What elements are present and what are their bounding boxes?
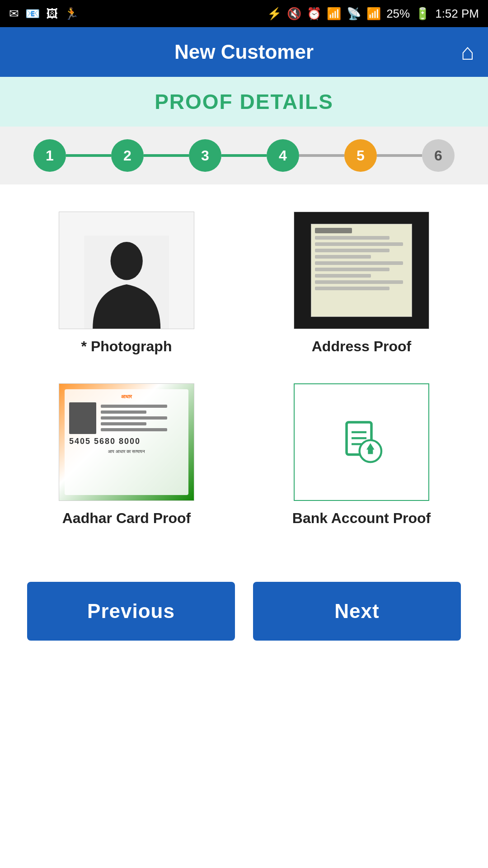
bluetooth-icon: ⚡	[267, 7, 282, 21]
status-bar: ✉ 📧 🖼 🏃 ⚡ 🔇 ⏰ 📶 📡 📶 25% 🔋 1:52 PM	[0, 0, 488, 27]
step-1[interactable]: 1	[33, 139, 66, 172]
wifi-icon: 📡	[347, 7, 361, 21]
bottom-buttons: Previous Next	[0, 564, 488, 659]
bank-upload[interactable]	[294, 383, 429, 501]
photograph-upload[interactable]	[59, 212, 194, 329]
main-content: * Photograph	[0, 184, 488, 546]
step-indicator: 1 2 3 4 5 6	[0, 127, 488, 184]
step-line-4	[299, 154, 344, 157]
address-label: Address Proof	[312, 337, 411, 356]
aadhar-label: Aadhar Card Proof	[62, 509, 191, 528]
svg-rect-8	[368, 449, 373, 454]
photograph-silhouette	[59, 212, 194, 329]
aadhar-upload[interactable]: आधार 5405 5680 8000	[59, 383, 194, 501]
proof-grid: * Photograph	[27, 212, 461, 528]
step-6[interactable]: 6	[422, 139, 455, 172]
image-icon: 🖼	[46, 7, 58, 21]
proof-item-aadhar: आधार 5405 5680 8000	[27, 383, 226, 528]
home-icon[interactable]: ⌂	[461, 39, 474, 65]
step-4[interactable]: 4	[267, 139, 299, 172]
step-line-1	[66, 154, 111, 157]
aadhar-preview: आधार 5405 5680 8000	[59, 384, 194, 500]
page-title: New Customer	[174, 41, 314, 63]
section-title-bar: PROOF DETAILS	[0, 77, 488, 127]
section-title: PROOF DETAILS	[0, 90, 488, 114]
battery-icon: 🔋	[415, 7, 430, 21]
step-3[interactable]: 3	[189, 139, 221, 172]
app-header: New Customer ⌂	[0, 27, 488, 77]
email-icon: ✉	[9, 7, 19, 21]
step-line-3	[221, 154, 267, 157]
mute-icon: 🔇	[287, 7, 301, 21]
step-5[interactable]: 5	[344, 139, 377, 172]
previous-button[interactable]: Previous	[27, 582, 235, 641]
address-upload[interactable]	[294, 212, 429, 329]
step-2[interactable]: 2	[111, 139, 144, 172]
time-display: 1:52 PM	[435, 7, 479, 21]
next-button[interactable]: Next	[253, 582, 461, 641]
signal-icon: 📶	[366, 7, 381, 21]
battery-text: 25%	[386, 7, 410, 21]
svg-point-1	[110, 242, 142, 280]
run-icon: 🏃	[64, 7, 79, 21]
proof-item-address: Address Proof	[262, 212, 461, 356]
status-right: ⚡ 🔇 ⏰ 📶 📡 📶 25% 🔋 1:52 PM	[267, 7, 479, 21]
step-line-5	[377, 154, 422, 157]
bank-label: Bank Account Proof	[292, 509, 431, 528]
step-line-2	[144, 154, 189, 157]
alarm-icon: ⏰	[307, 7, 321, 21]
file-upload-icon	[337, 417, 386, 467]
proof-item-photograph: * Photograph	[27, 212, 226, 356]
photograph-label: * Photograph	[81, 337, 172, 356]
status-icons: ✉ 📧 🖼 🏃	[9, 7, 79, 21]
email2-icon: 📧	[25, 7, 40, 21]
nfc-icon: 📶	[327, 7, 341, 21]
proof-item-bank: Bank Account Proof	[262, 383, 461, 528]
address-doc-preview	[294, 212, 429, 329]
